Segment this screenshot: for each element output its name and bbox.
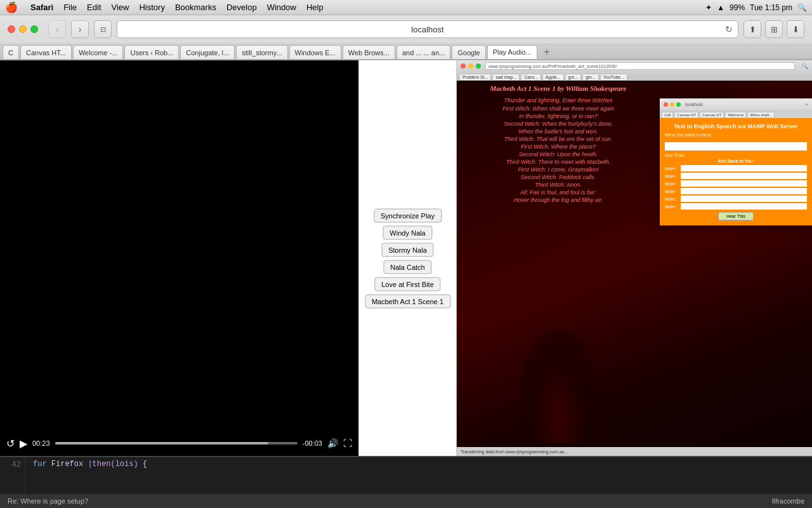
tab-play-audio[interactable]: Play Audio...	[487, 45, 537, 59]
mamp-minimize[interactable]	[670, 102, 674, 107]
tab-windows[interactable]: Windows E...	[289, 45, 341, 59]
menu-safari[interactable]: Safari	[30, 3, 53, 12]
mini-maximize[interactable]	[476, 64, 481, 69]
maximize-button[interactable]	[30, 25, 38, 33]
bluetooth-icon: ✦	[705, 3, 712, 12]
macbeth-tab-gm[interactable]: gm...	[565, 74, 582, 81]
macbeth-loading-text: Transferring data from www.rjmprogrammin…	[461, 450, 568, 454]
url-bar[interactable]: localhost ↻	[117, 20, 738, 38]
fullscreen-button[interactable]: ⛶	[343, 438, 352, 448]
forward-button[interactable]: ›	[71, 20, 89, 38]
menu-edit[interactable]: Edit	[87, 3, 101, 12]
mamp-tab-canvas2[interactable]: Canvas HT	[700, 112, 724, 118]
code-content[interactable]: fur Firefox |then(lois) {	[25, 457, 812, 494]
mamp-hear-input[interactable]	[665, 142, 807, 150]
mamp-more-input-1[interactable]	[681, 165, 807, 171]
tab-welcome[interactable]: Welcome -...	[73, 45, 124, 59]
mamp-close[interactable]	[664, 102, 668, 107]
video-panel: ↺ ▶ 00:23 -00:03 🔊 ⛶	[0, 60, 358, 456]
tab-and[interactable]: and ... ... an...	[396, 45, 450, 59]
code-var-then: |then(lois)	[88, 460, 138, 469]
volume-button[interactable]: 🔊	[327, 438, 338, 448]
rewind-button[interactable]: ↺	[6, 438, 15, 450]
stormy-nala-button[interactable]: Stormy Nala	[381, 243, 434, 257]
love-first-bite-button[interactable]: Love at First Bite	[374, 277, 441, 291]
menu-view[interactable]: View	[112, 3, 129, 12]
macbeth-line-4: Second Witch: When the hurlyburly's done…	[463, 121, 653, 127]
tab-users[interactable]: Users ‹ Rob...	[124, 45, 179, 59]
menu-bookmarks[interactable]: Bookmarks	[175, 3, 216, 12]
search-icon[interactable]: 🔍	[797, 3, 807, 12]
mamp-tab-welcome[interactable]: Welcome	[725, 112, 746, 118]
mamp-add-back-label: Add Back to You:	[665, 159, 807, 163]
nala-catch-button[interactable]: Nala Catch	[383, 260, 431, 274]
macbeth-line-2: First Witch: When shall we three meet ag…	[463, 105, 653, 112]
mini-minimize[interactable]	[468, 64, 473, 69]
tab-c[interactable]: C	[3, 45, 19, 59]
mamp-chrome: localhost ›‹	[660, 98, 812, 110]
windy-nala-button[interactable]: Windy Nala	[383, 225, 432, 239]
macbeth-tab-canv[interactable]: Canv...	[521, 74, 541, 81]
mamp-more-input-3[interactable]	[681, 180, 807, 187]
mamp-hear-button[interactable]: Hear This	[718, 212, 754, 220]
macbeth-tab-map[interactable]: sad map...	[492, 74, 520, 81]
menu-develop[interactable]: Develop	[226, 3, 257, 12]
clock-display: Tue 1:15 pm	[750, 3, 792, 12]
downloads-button[interactable]: ⬇	[787, 20, 804, 38]
tab-stormy[interactable]: still_stormy...	[236, 45, 287, 59]
play-button[interactable]: ▶	[20, 438, 27, 450]
mamp-tab-canvas1[interactable]: Canvas HT	[674, 112, 698, 118]
menu-history[interactable]: History	[139, 3, 164, 12]
share-button[interactable]: ⬆	[743, 20, 761, 38]
progress-bar[interactable]	[55, 442, 298, 444]
code-brace: {	[143, 460, 147, 469]
mamp-maximize[interactable]	[676, 102, 681, 107]
remaining-time: -00:03	[303, 439, 322, 447]
sidebar-toggle-button[interactable]: ⊡	[94, 20, 112, 38]
status-footer: Re: Where is page setup? Ilfracombe	[0, 494, 812, 508]
macbeth-button[interactable]: Macbeth Act 1 Scene 1	[365, 294, 450, 308]
menu-help[interactable]: Help	[306, 3, 324, 12]
macbeth-tab-yt[interactable]: YouTube...	[600, 74, 627, 81]
menu-window[interactable]: Window	[267, 3, 296, 12]
mamp-more-input-4[interactable]	[681, 188, 807, 194]
tab-web-brows[interactable]: Web Brows...	[343, 45, 395, 59]
mamp-more-row-2: More:	[665, 173, 807, 179]
tab-conjugate[interactable]: Conjugate, l...	[180, 45, 235, 59]
add-tab-button[interactable]: ⊞	[765, 20, 783, 38]
macbeth-tab-apple[interactable]: Apple...	[542, 74, 564, 81]
mini-close[interactable]	[461, 64, 466, 69]
synchronize-play-button[interactable]: Synchronize Play	[374, 208, 442, 222]
mamp-more-input-5[interactable]	[681, 196, 807, 202]
tab-google[interactable]: Google	[452, 45, 485, 59]
line-number: 42	[4, 460, 21, 469]
tab-canvas-ht[interactable]: Canvas HT...	[20, 45, 72, 59]
mamp-more-row-1: More:	[665, 165, 807, 171]
macbeth-tab-problem[interactable]: Problem St...	[459, 74, 491, 81]
new-tab-button[interactable]: +	[540, 45, 554, 59]
apple-menu[interactable]: 🍎	[5, 1, 18, 13]
mamp-mini-browser: localhost ›‹ Call Canvas HT Canvas HT We…	[660, 98, 812, 225]
mamp-more-label-1: More:	[665, 166, 679, 171]
macbeth-line-12: Third Witch: Anon.	[463, 182, 653, 188]
wifi-icon: ▲	[717, 3, 724, 12]
mamp-tab-when[interactable]: When shall...	[747, 112, 775, 118]
macbeth-search-field[interactable]: 🔍	[802, 64, 808, 69]
menu-file[interactable]: File	[63, 3, 77, 12]
macbeth-mini-chrome: www.rjmprogramming.com.au/PHP/macbeth_ac…	[457, 60, 812, 72]
mamp-more-input-6[interactable]	[681, 203, 807, 210]
content-row: ↺ ▶ 00:23 -00:03 🔊 ⛶ Synchronize Play Wi…	[0, 60, 812, 456]
close-button[interactable]	[8, 25, 15, 33]
mamp-more-label-6: More:	[665, 204, 679, 209]
macbeth-line-10: First Witch: I come, Graymalkin!	[463, 166, 653, 173]
minimize-button[interactable]	[19, 25, 27, 33]
macbeth-tab-group[interactable]: gm...	[582, 74, 599, 81]
mamp-more-row-5: More:	[665, 196, 807, 202]
macbeth-address-bar[interactable]: www.rjmprogramming.com.au/PHP/macbeth_ac…	[485, 62, 795, 70]
mamp-more-label-2: More:	[665, 174, 679, 178]
back-button[interactable]: ‹	[48, 20, 66, 38]
nav-right-icons: ⬆ ⊞ ⬇	[743, 20, 804, 38]
mamp-more-input-2[interactable]	[681, 173, 807, 179]
reload-button[interactable]: ↻	[725, 24, 733, 34]
mamp-tab-call[interactable]: Call	[662, 112, 673, 118]
